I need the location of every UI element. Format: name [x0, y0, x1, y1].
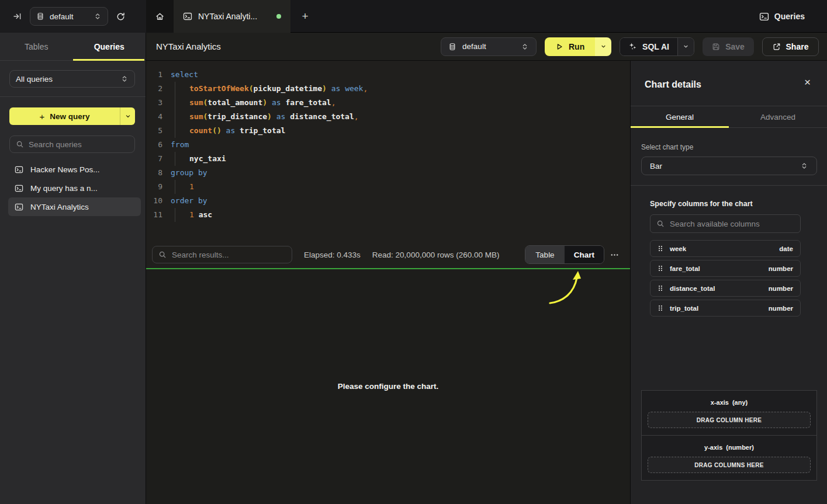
tab-advanced[interactable]: Advanced [729, 106, 827, 127]
view-toggle-chart[interactable]: Chart [565, 246, 604, 263]
new-query-button[interactable]: + New query [9, 107, 135, 125]
draggable-column-week[interactable]: weekdate [650, 240, 801, 257]
draggable-column-fare_total[interactable]: fare_totalnumber [650, 260, 801, 277]
drag-handle-icon [658, 245, 663, 252]
home-icon [155, 12, 165, 22]
share-button[interactable]: Share [762, 37, 819, 56]
sparkles-icon [628, 42, 637, 51]
columns-section: Specify columns for the chart weekdatefa… [650, 200, 801, 317]
query-tab-nytaxi[interactable]: NYTaxi Analyti... [174, 0, 290, 33]
page-title: NYTaxi Analytics [146, 41, 221, 51]
queries-button-label: Queries [774, 12, 805, 21]
refresh-button[interactable] [116, 12, 126, 22]
columns-search[interactable] [650, 214, 801, 233]
new-query-main[interactable]: + New query [9, 107, 120, 125]
chevron-updown-icon [94, 12, 102, 20]
y-axis-drop-zone[interactable]: DRAG COLUMNS HERE [648, 457, 811, 473]
results-search[interactable] [152, 246, 292, 263]
sql-line: 6from [146, 138, 630, 152]
terminal-icon [15, 184, 23, 193]
run-options-dropdown[interactable] [595, 37, 611, 56]
sql-console-app: default NYTaxi Analyti... + Queries Tabl… [0, 0, 827, 504]
query-filter-select[interactable]: All queries [9, 70, 135, 88]
database-icon [36, 12, 44, 20]
drag-handle-icon [658, 304, 663, 312]
view-toggle-table[interactable]: Table [525, 246, 565, 263]
ellipsis-icon [610, 251, 619, 259]
drag-handle-icon [658, 265, 663, 272]
panel-header: Chart details × [631, 61, 827, 106]
query-list: Hacker News Pos...My query has a n...NYT… [0, 160, 146, 216]
query-list-item[interactable]: My query has a n... [8, 179, 141, 197]
chart-type-select[interactable]: Bar [641, 157, 817, 175]
view-toggle: TableChart [525, 245, 604, 264]
queries-button[interactable]: Queries [759, 0, 805, 33]
x-axis-drop-zone[interactable]: DRAG COLUMN HERE [648, 412, 811, 428]
sql-line: 8group by [146, 166, 630, 180]
y-axis-config: y-axis(number)DRAG COLUMNS HERE [642, 435, 816, 480]
column-type: number [769, 305, 793, 312]
topbar-database-selector[interactable]: default [30, 7, 108, 26]
share-label: Share [786, 42, 809, 51]
refresh-icon [116, 12, 126, 22]
column-name: trip_total [670, 305, 698, 312]
column-type: number [769, 285, 793, 292]
more-options-button[interactable] [604, 245, 624, 264]
save-icon [712, 43, 720, 51]
collapse-sidebar-button[interactable] [13, 12, 22, 21]
query-list-item[interactable]: Hacker News Pos... [8, 160, 141, 179]
chevron-down-icon [124, 113, 132, 120]
home-tab[interactable] [146, 0, 174, 33]
terminal-icon [183, 12, 192, 21]
line-number: 2 [146, 82, 162, 96]
line-number: 1 [146, 68, 162, 82]
query-list-item[interactable]: NYTaxi Analytics [8, 197, 141, 216]
tab-general[interactable]: General [631, 106, 729, 127]
new-query-dropdown[interactable] [120, 107, 135, 125]
plus-icon: + [39, 112, 44, 121]
terminal-icon [759, 12, 769, 22]
terminal-icon [15, 203, 23, 211]
new-tab-button[interactable]: + [297, 0, 313, 33]
query-item-label: Hacker News Pos... [30, 165, 100, 174]
run-label: Run [569, 42, 584, 51]
run-button[interactable]: Run [545, 37, 595, 56]
sql-line: 91 [146, 180, 630, 194]
column-name: fare_total [670, 265, 700, 272]
y-axis-label: y-axis(number) [648, 444, 811, 451]
query-item-label: My query has a n... [30, 184, 98, 193]
sidebar-search[interactable] [9, 135, 135, 153]
columns-search-input[interactable] [670, 220, 794, 228]
terminal-icon [15, 165, 23, 174]
sql-line: 2toStartOfWeek(pickup_datetime) as week, [146, 82, 630, 96]
chevron-down-icon [683, 43, 689, 50]
chart-type-value: Bar [650, 162, 800, 171]
sidebar-tab-queries[interactable]: Queries [73, 33, 146, 60]
chevron-down-icon [600, 43, 607, 50]
results-search-input[interactable] [172, 251, 286, 259]
draggable-column-trip_total[interactable]: trip_totalnumber [650, 300, 801, 317]
chevron-updown-icon [521, 43, 529, 51]
close-icon[interactable]: × [804, 77, 811, 88]
sql-ai-label: SQL AI [642, 42, 669, 51]
line-number: 11 [146, 208, 162, 222]
chevron-updown-icon [800, 162, 808, 170]
chart-placeholder-text: Please configure the chart. [146, 382, 630, 391]
sql-line: 10order by [146, 194, 630, 208]
x-axis-config: x-axis(any)DRAG COLUMN HERE [642, 391, 816, 435]
x-axis-label: x-axis(any) [648, 399, 811, 406]
save-label: Save [725, 42, 745, 51]
sql-line: 4sum(trip_distance) as distance_total, [146, 110, 630, 124]
panel-divider [631, 185, 827, 186]
save-button[interactable]: Save [703, 37, 754, 56]
hint-arrow [545, 270, 587, 307]
database-icon [448, 43, 456, 51]
sql-ai-dropdown[interactable] [677, 38, 694, 55]
sql-ai-button[interactable]: SQL AI [620, 38, 677, 55]
sql-editor[interactable]: 1select2toStartOfWeek(pickup_datetime) a… [146, 61, 630, 241]
sidebar-search-input[interactable] [29, 140, 129, 149]
line-number: 8 [146, 166, 162, 180]
header-database-selector[interactable]: default [441, 37, 537, 56]
sidebar-tab-tables[interactable]: Tables [0, 33, 73, 60]
draggable-column-distance_total[interactable]: distance_totalnumber [650, 280, 801, 297]
